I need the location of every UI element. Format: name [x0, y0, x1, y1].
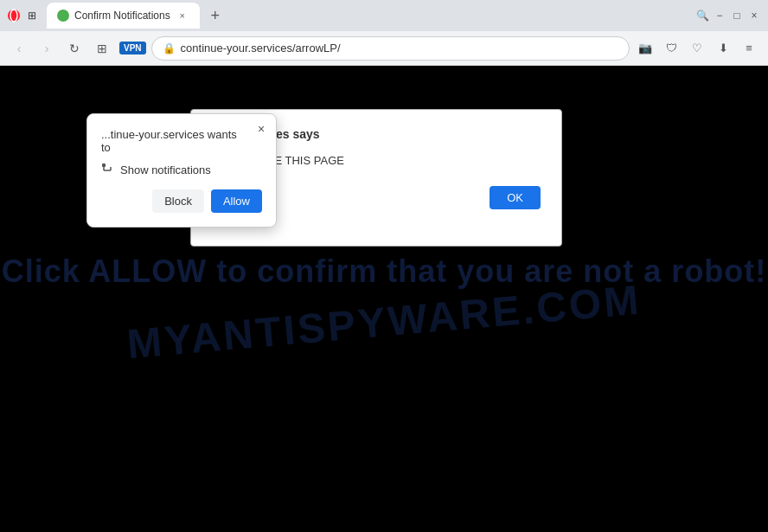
heart-button[interactable]: ♡ [685, 36, 709, 61]
watermark-container: Click ALLOW to confirm that you are not … [0, 253, 768, 345]
popup-title: ...tinue-your.services wants to [101, 128, 262, 154]
extensions-button[interactable]: ⊞ [90, 36, 114, 61]
popup-option-text: Show notifications [120, 163, 211, 176]
tab-label: Confirm Notifications [74, 10, 170, 22]
popup-buttons: Block Allow [101, 189, 262, 213]
popup-option: Show notifications [101, 163, 262, 177]
vpn-badge[interactable]: VPN [119, 42, 146, 54]
popup-close-button[interactable]: × [253, 121, 269, 137]
tab-close-button[interactable]: × [176, 9, 189, 22]
camera-button[interactable]: 📷 [633, 36, 657, 61]
new-tab-button[interactable]: + [203, 3, 227, 28]
address-text: continue-your.services/arrowLP/ [181, 42, 618, 54]
minimize-button[interactable]: − [713, 9, 726, 22]
window-controls: 🔍 − □ × [695, 9, 761, 22]
browser-tab[interactable]: Confirm Notifications × [47, 3, 200, 29]
allow-button[interactable]: Allow [211, 189, 262, 213]
opera-logo [7, 9, 21, 22]
menu-icon-button[interactable]: ≡ [737, 36, 761, 61]
browser-frame: ⊞ Confirm Notifications × + 🔍 − □ × ‹ › … [0, 0, 768, 532]
shield-button[interactable]: 🛡 [659, 36, 683, 61]
maximize-button[interactable]: □ [730, 9, 744, 22]
refresh-button[interactable]: ↻ [62, 36, 86, 61]
navigation-bar: ‹ › ↻ ⊞ VPN 🔒 continue-your.services/arr… [0, 31, 768, 66]
notification-icon [101, 163, 113, 177]
download-button[interactable]: ⬇ [711, 36, 735, 61]
lock-icon: 🔒 [163, 42, 176, 54]
svg-point-0 [8, 10, 20, 22]
block-button[interactable]: Block [152, 189, 204, 213]
menu-label[interactable]: ⊞ [28, 10, 36, 22]
search-button[interactable]: 🔍 [695, 9, 709, 22]
svg-rect-2 [102, 163, 106, 167]
tab-favicon [57, 10, 69, 22]
nav-right-icons: 📷 🛡 ♡ ⬇ ≡ [633, 36, 761, 61]
back-button[interactable]: ‹ [7, 36, 31, 61]
address-bar[interactable]: 🔒 continue-your.services/arrowLP/ [151, 36, 630, 61]
page-content: Click ALLOW to confirm that you are not … [0, 66, 768, 532]
ok-button[interactable]: OK [490, 186, 541, 209]
close-window-button[interactable]: × [747, 9, 761, 22]
forward-button[interactable]: › [35, 36, 59, 61]
notification-popup: × ...tinue-your.services wants to Show n… [86, 113, 277, 228]
tab-bar: ⊞ Confirm Notifications × + 🔍 − □ × [0, 0, 768, 31]
